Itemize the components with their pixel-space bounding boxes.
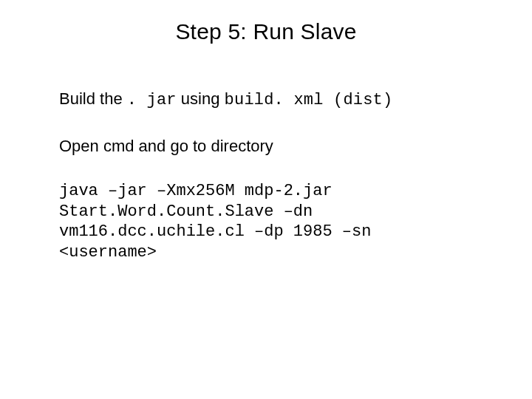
text-build-the: Build the (59, 89, 127, 108)
open-cmd-instruction: Open cmd and go to directory (59, 136, 473, 157)
slide: Step 5: Run Slave Build the . jar using … (0, 0, 532, 399)
slide-title: Step 5: Run Slave (59, 19, 473, 44)
code-buildxml: build. xml (dist) (225, 91, 393, 109)
text-using: using (177, 89, 225, 108)
build-instruction: Build the . jar using build. xml (dist) (59, 89, 473, 111)
slide-body: Build the . jar using build. xml (dist) … (59, 89, 473, 262)
java-command: java –jar –Xmx256M mdp-2.jar Start.Word.… (59, 181, 473, 262)
code-jar: . jar (127, 91, 177, 109)
